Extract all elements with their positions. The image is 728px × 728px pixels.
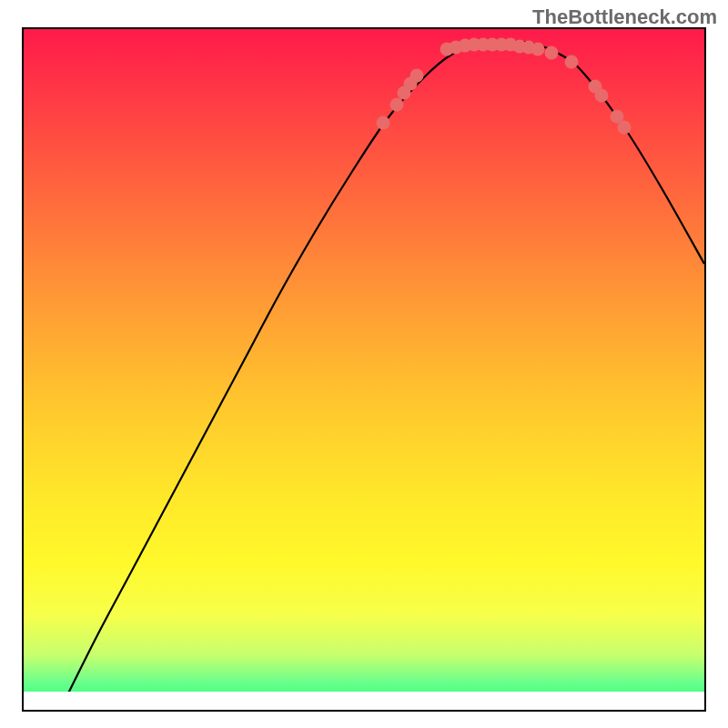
- curve-marker: [390, 98, 404, 112]
- plot-frame: [22, 27, 706, 712]
- chart-container: TheBottleneck.com: [0, 0, 728, 728]
- bottleneck-curve: [60, 41, 704, 710]
- curve-marker: [565, 56, 579, 69]
- curve-marker: [410, 69, 424, 83]
- curve-marker: [618, 121, 632, 135]
- watermark-text: TheBottleneck.com: [532, 5, 717, 29]
- curve-markers: [377, 38, 632, 135]
- curve-marker: [595, 89, 609, 103]
- curve-marker: [545, 46, 559, 60]
- curve-layer: [24, 29, 704, 710]
- bottom-mask: [24, 692, 704, 710]
- curve-marker: [377, 116, 390, 130]
- curve-marker: [531, 43, 545, 56]
